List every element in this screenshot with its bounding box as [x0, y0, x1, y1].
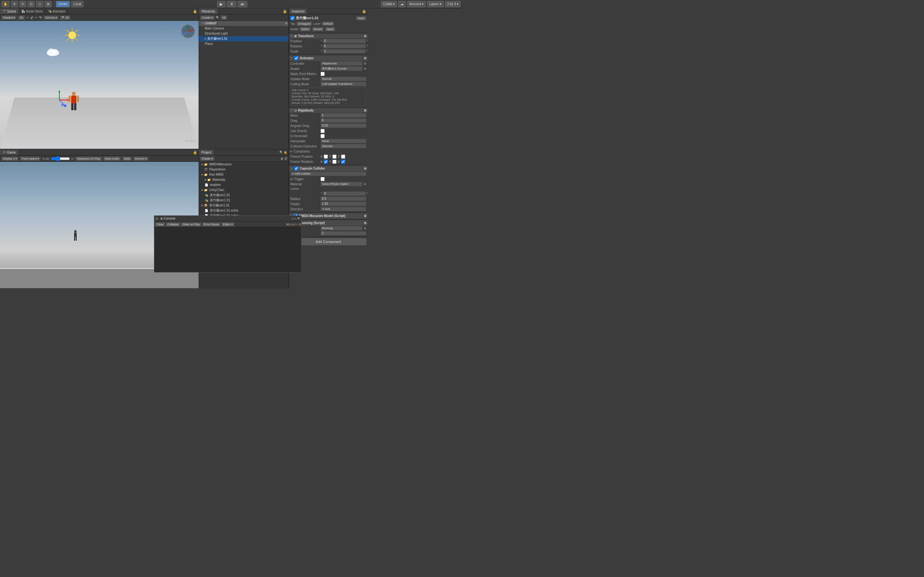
cloud-btn[interactable]: ☁ — [398, 1, 406, 7]
radius-input[interactable] — [320, 197, 367, 201]
transform-tool-btn[interactable]: ⊞ — [45, 1, 52, 7]
console-min-icon[interactable]: ○ — [292, 217, 294, 221]
revert-btn[interactable]: Revert — [312, 27, 324, 31]
scale-tool-btn[interactable]: ⊡ — [27, 1, 35, 7]
lock-icon-game[interactable]: 🔒 — [193, 150, 197, 155]
scene-tab[interactable]: 🎬 Scene — [0, 8, 19, 14]
console-max-icon[interactable]: ○ — [294, 217, 296, 221]
directional-light-item[interactable]: Directional Light — [199, 31, 288, 36]
audio-icon[interactable]: 🔊 — [30, 16, 34, 19]
proj-expand-icon[interactable]: ⊞ — [281, 157, 283, 160]
center-btn[interactable]: Center — [56, 1, 70, 7]
play-btn[interactable]: ▶ — [217, 1, 226, 7]
lock-icon-insp[interactable]: 🔒 — [362, 9, 367, 13]
game-gizmos-btn[interactable]: Gizmos ▾ — [133, 156, 149, 161]
collapse-btn[interactable]: Collapse — [166, 222, 180, 227]
lighting-icon[interactable]: ☀ — [26, 16, 29, 19]
is-trigger-checkbox[interactable] — [320, 177, 325, 181]
animator-checkbox[interactable] — [294, 56, 298, 60]
fp-z-checkbox[interactable] — [341, 155, 345, 159]
project-item-4[interactable]: 📄 readme — [199, 182, 288, 187]
main-camera-item[interactable]: Main Camera — [199, 26, 288, 31]
is-kinematic-checkbox[interactable] — [320, 134, 325, 138]
clear-btn[interactable]: Clear — [155, 222, 165, 227]
editor-btn[interactable]: Editor ▾ — [221, 222, 234, 227]
project-item-6[interactable]: 🎭 美竹蘭ver1.01 — [199, 193, 288, 198]
project-item-1[interactable]: 🎬 PlayerAnim — [199, 167, 288, 172]
culling-mode-field[interactable]: Cull Update Transforms — [320, 82, 367, 86]
aspect-dropdown[interactable]: Free Aspect ▾ — [20, 156, 41, 161]
static-btn[interactable]: Static — [356, 16, 367, 21]
use-gravity-checkbox[interactable] — [320, 129, 325, 133]
scale-x-input[interactable] — [323, 49, 366, 53]
2d-btn[interactable]: 2D — [18, 15, 25, 20]
avatar-pick-icon[interactable]: ⊙ — [364, 67, 367, 70]
effects-icon[interactable]: ✦ — [35, 16, 37, 19]
clear-on-play-btn[interactable]: Clear on Play — [181, 222, 202, 227]
avatar-field[interactable]: 美竹蘭ver1.01Avat: — [320, 66, 363, 71]
console-close-icon[interactable]: ✕ — [297, 216, 300, 221]
material-pick-icon[interactable]: ⊙ — [364, 182, 367, 185]
plane-item[interactable]: Plane — [199, 41, 288, 47]
hand-tool-btn[interactable]: ✋ — [1, 1, 10, 7]
hier-create-btn[interactable]: Create ▾ — [200, 15, 215, 20]
transform-header[interactable]: ▼ ⊞ Transform ⚙ — [289, 34, 368, 39]
camera-icon[interactable]: 📷 — [39, 16, 42, 19]
transform-settings-icon[interactable]: ⚙ — [364, 35, 367, 38]
add-component-btn[interactable]: Add Component — [290, 238, 367, 245]
controller-pick-icon[interactable]: ⊙ — [364, 62, 367, 65]
speed-input[interactable] — [320, 231, 367, 235]
animator-settings-icon[interactable]: ⚙ — [364, 57, 367, 60]
project-item-8[interactable]: ▶ 📦 美竹蘭ver1.01 — [199, 203, 288, 208]
object-active-checkbox[interactable] — [290, 16, 294, 20]
project-item-9[interactable]: 📄 美竹蘭ver1.01.extra — [199, 208, 288, 213]
mass-input[interactable] — [320, 113, 367, 118]
lock-icon[interactable]: 🔒 — [193, 9, 197, 13]
apply-root-motion-checkbox[interactable] — [320, 72, 325, 76]
stats-btn[interactable]: Stats — [122, 156, 132, 161]
select-model-btn[interactable]: Select — [300, 27, 311, 31]
maximize-on-play-btn[interactable]: Maximize On Play — [75, 156, 102, 161]
rot-x-input[interactable] — [323, 44, 366, 48]
running-settings-icon[interactable]: ⚙ — [364, 221, 367, 225]
collab-btn[interactable]: Collab ▾ — [381, 1, 397, 7]
filter-dropdown[interactable]: 🔍 All — [60, 15, 70, 20]
layer-dropdown[interactable]: Default — [322, 21, 334, 26]
console-resize-icon[interactable]: ⊙ — [156, 217, 158, 220]
open-btn[interactable]: Open — [325, 27, 335, 31]
project-item-5[interactable]: ▶ 📁 UnityChan — [199, 187, 288, 193]
lock-icon-hier[interactable]: 🔒 — [283, 9, 287, 13]
fp-y-checkbox[interactable] — [333, 155, 336, 159]
fr-y-checkbox[interactable] — [333, 160, 336, 164]
collision-field[interactable]: Discrete — [320, 144, 367, 148]
display-dropdown[interactable]: Display 1 ▾ — [1, 156, 19, 161]
character-item[interactable]: ▶ 美竹蘭ver1.01 — [199, 36, 288, 41]
hierarchy-tab[interactable]: Hierarchy — [199, 8, 218, 14]
rotate-tool-btn[interactable]: ↻ — [19, 1, 26, 7]
scene-close-icon[interactable]: ≡ — [286, 21, 287, 26]
update-mode-field[interactable]: Normal — [320, 77, 367, 81]
project-item-3[interactable]: ▶ 📁 Materials — [199, 177, 288, 182]
interpolate-field[interactable]: None — [320, 139, 367, 143]
search-icon-proj[interactable]: 🔍 — [279, 151, 283, 154]
script-field[interactable]: Running — [320, 226, 363, 230]
edit-collider-btn[interactable]: ✏ Edit Collider — [290, 171, 367, 176]
drag-input[interactable] — [320, 118, 367, 123]
asset-store-tab[interactable]: 🏪 Asset Store — [19, 8, 45, 14]
material-field[interactable]: None (Physic Materi: — [320, 182, 363, 186]
fp-x-checkbox[interactable] — [324, 155, 328, 159]
mute-audio-btn[interactable]: Mute Audio — [103, 156, 121, 161]
fr-z-checkbox[interactable] — [341, 160, 345, 164]
hier-filter-btn[interactable]: All — [221, 15, 227, 20]
height-input[interactable] — [320, 201, 367, 206]
capsule-settings-icon[interactable]: ⚙ — [364, 167, 367, 170]
tag-dropdown[interactable]: Untagged — [296, 21, 312, 26]
direction-field[interactable]: Y-Axis — [320, 207, 367, 211]
pos-x-input[interactable] — [323, 39, 366, 43]
proj-list-icon[interactable]: ☰ — [284, 157, 287, 160]
pause-btn[interactable]: ⏸ — [227, 1, 236, 7]
controller-field[interactable]: PlayerAnim — [320, 61, 363, 66]
layout-btn[interactable]: 2 by 3 ▾ — [445, 1, 461, 7]
scale-slider[interactable] — [51, 157, 70, 160]
capsule-collider-header[interactable]: ▼ Capsule Collider ⚙ — [289, 166, 368, 171]
